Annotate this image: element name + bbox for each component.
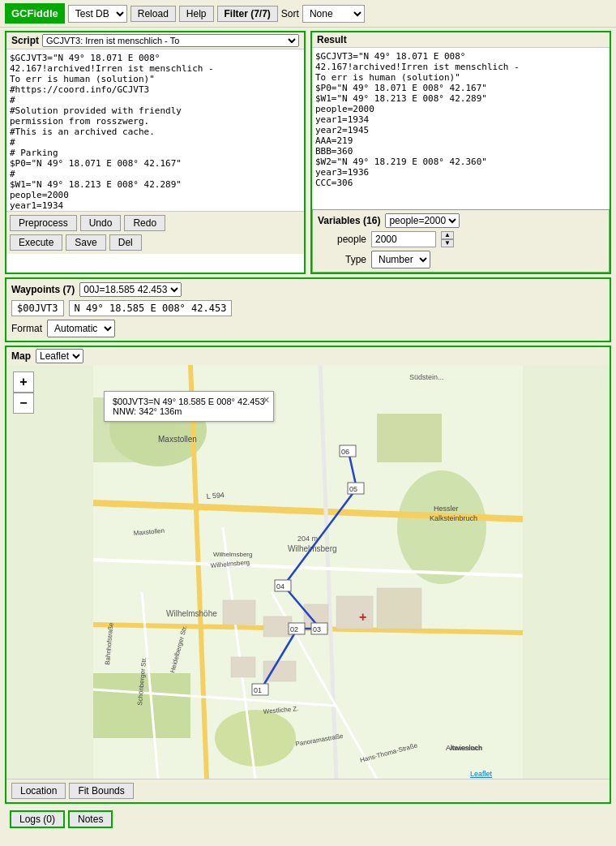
variables-panel: Variables (16) people=2000year1=1934year… xyxy=(312,209,610,273)
map-label: Map xyxy=(11,350,31,362)
result-textarea[interactable]: $GCJVT3="N 49° 18.071 E 008° 42.167!arch… xyxy=(312,47,610,209)
svg-text:+: + xyxy=(359,610,366,624)
svg-text:03: 03 xyxy=(313,625,321,633)
svg-text:L 594: L 594 xyxy=(206,491,225,500)
tooltip-subtitle: NNW: 342° 136m xyxy=(113,406,265,416)
brand-label: GCFiddle xyxy=(5,3,65,24)
tooltip-close-button[interactable]: × xyxy=(263,393,270,406)
script-textarea[interactable]: $GCJVT3="N 49° 18.071 E 008° 42.167!arch… xyxy=(6,49,304,211)
script-action-buttons: Preprocess Undo Redo xyxy=(6,211,304,234)
svg-rect-39 xyxy=(263,616,292,637)
svg-text:Hessler: Hessler xyxy=(434,505,459,513)
map-controls: + − xyxy=(13,371,34,414)
variables-select[interactable]: people=2000year1=1934year2=1945AAA=219BB… xyxy=(385,213,460,228)
db-select[interactable]: Test DBLive DB xyxy=(68,5,127,23)
del-button[interactable]: Del xyxy=(109,234,142,251)
type-label: Type xyxy=(318,254,366,265)
script-panel: Script GCJVT3: Irren ist menschlich - To… xyxy=(5,31,306,274)
variables-label: Variables (16) xyxy=(318,215,380,226)
svg-point-5 xyxy=(397,470,486,584)
svg-text:04: 04 xyxy=(276,582,284,590)
svg-text:Südstein...: Südstein... xyxy=(409,373,444,381)
svg-text:Wilhelmshöhe: Wilhelmshöhe xyxy=(166,609,217,618)
map-buttons-row: Location Fit Bounds xyxy=(6,779,610,802)
filter-button[interactable]: Filter (7/7) xyxy=(217,6,278,22)
execute-row: Execute Save Del xyxy=(6,234,304,254)
script-select[interactable]: GCJVT3: Irren ist menschlich - To xyxy=(42,34,299,47)
sort-select[interactable]: NoneNameDistance xyxy=(302,5,365,23)
fit-bounds-button[interactable]: Fit Bounds xyxy=(69,783,133,799)
zoom-in-button[interactable]: + xyxy=(13,371,34,393)
type-select[interactable]: NumberString xyxy=(371,251,430,268)
svg-rect-4 xyxy=(377,414,442,462)
people-row: people ▲ ▼ xyxy=(318,231,604,247)
help-button[interactable]: Help xyxy=(179,6,214,22)
sort-label: Sort xyxy=(281,8,299,19)
waypoints-section: Waypoints (7) 00J=18.585 42.453P0=18.071… xyxy=(5,277,611,342)
svg-rect-38 xyxy=(223,600,255,625)
svg-text:Maxstollen: Maxstollen xyxy=(158,435,197,444)
waypoints-select[interactable]: 00J=18.585 42.453P0=18.071 42.167W1=18.2… xyxy=(79,282,182,297)
map-header: Map LeafletOSM xyxy=(6,347,610,365)
svg-text:05: 05 xyxy=(349,485,357,493)
tooltip-title: $00JVT3=N 49° 18.585 E 008° 42.453 xyxy=(113,397,265,406)
svg-text:204 m: 204 m xyxy=(297,535,318,543)
logs-button[interactable]: Logs (0) xyxy=(10,810,65,828)
result-panel-header: Result xyxy=(312,32,610,47)
svg-text:01: 01 xyxy=(254,686,262,694)
svg-text:Wilhelmsberg: Wilhelmsberg xyxy=(213,551,252,558)
svg-text:Kalksteinbruch: Kalksteinbruch xyxy=(430,514,477,522)
bottom-bar: Logs (0) Notes xyxy=(5,807,611,831)
waypoint-coord-row: $00JVT3 N 49° 18.585 E 008° 42.453 xyxy=(11,300,605,316)
format-row: Format AutomaticDMDDDMS xyxy=(11,320,605,337)
svg-rect-41 xyxy=(336,596,373,629)
map-tooltip: × $00JVT3=N 49° 18.585 E 008° 42.453 NNW… xyxy=(104,391,274,422)
top-toolbar: GCFiddle Test DBLive DB Reload Help Filt… xyxy=(0,0,616,28)
svg-point-7 xyxy=(215,710,296,767)
waypoints-header: Waypoints (7) 00J=18.585 42.453P0=18.071… xyxy=(11,282,605,297)
redo-button[interactable]: Redo xyxy=(124,215,165,231)
waypoints-label: Waypoints (7) xyxy=(11,284,75,295)
svg-rect-43 xyxy=(231,657,255,677)
preprocess-button[interactable]: Preprocess xyxy=(10,215,77,231)
script-label: Script xyxy=(11,35,39,46)
undo-button[interactable]: Undo xyxy=(80,215,122,231)
svg-text:02: 02 xyxy=(290,625,298,633)
spin-down-button[interactable]: ▼ xyxy=(441,239,454,247)
map-provider-select[interactable]: LeafletOSM xyxy=(36,349,83,363)
map-container[interactable]: L 594 Maxstollen Wilhelmsberg Bahnhofstr… xyxy=(6,365,610,779)
save-button[interactable]: Save xyxy=(66,234,105,251)
notes-button[interactable]: Notes xyxy=(68,810,113,828)
people-label: people xyxy=(318,234,366,245)
svg-text:06: 06 xyxy=(341,448,349,456)
coord-value: N 49° 18.585 E 008° 42.453 xyxy=(69,300,233,316)
reload-button[interactable]: Reload xyxy=(130,6,176,22)
location-button[interactable]: Location xyxy=(11,783,66,799)
svg-rect-42 xyxy=(377,588,421,629)
spin-controls: ▲ ▼ xyxy=(441,231,454,247)
zoom-out-button[interactable]: − xyxy=(13,393,34,414)
svg-text:Altwiesloch: Altwiesloch xyxy=(446,744,482,752)
variables-header: Variables (16) people=2000year1=1934year… xyxy=(318,213,604,228)
format-label: Format xyxy=(11,323,42,334)
execute-button[interactable]: Execute xyxy=(10,234,62,251)
map-svg: L 594 Maxstollen Wilhelmsberg Bahnhofstr… xyxy=(6,365,610,779)
result-panel: Result $GCJVT3="N 49° 18.071 E 008° 42.1… xyxy=(310,31,611,274)
coord-id: $00JVT3 xyxy=(11,300,64,316)
format-select[interactable]: AutomaticDMDDDMS xyxy=(47,320,115,337)
script-panel-header: Script GCJVT3: Irren ist menschlich - To xyxy=(6,32,304,49)
result-label: Result xyxy=(317,34,347,45)
spin-up-button[interactable]: ▲ xyxy=(441,231,454,239)
type-row: Type NumberString xyxy=(318,251,604,268)
people-input[interactable] xyxy=(371,231,436,247)
map-section: Map LeafletOSM xyxy=(5,346,611,804)
svg-text:Leaflet: Leaflet xyxy=(470,770,493,778)
